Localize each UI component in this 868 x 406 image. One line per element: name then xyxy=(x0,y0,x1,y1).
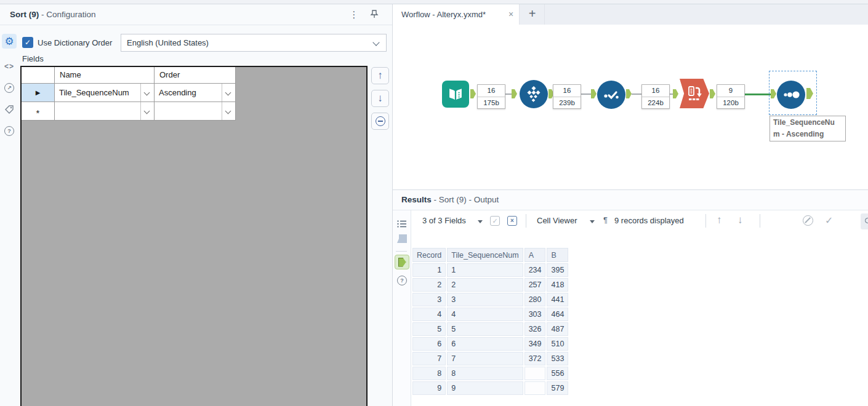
cell-viewer-dropdown[interactable]: Cell Viewer xyxy=(537,216,577,225)
empty-order-cell[interactable] xyxy=(155,102,236,121)
connection-badge[interactable]: 16 224b xyxy=(641,84,670,109)
arrow-down-icon[interactable]: ↓ xyxy=(737,214,743,226)
workflow-tab[interactable]: Worflow - Alteryx.yxmd* × xyxy=(393,4,520,25)
cell-b[interactable]: 464 xyxy=(547,308,568,321)
empty-name-cell[interactable] xyxy=(55,102,155,121)
cell-a[interactable]: 326 xyxy=(524,322,546,336)
output-anchor[interactable] xyxy=(470,89,476,98)
cell-a[interactable]: 303 xyxy=(524,308,546,321)
cancel-box-icon[interactable]: × xyxy=(507,216,517,226)
apply-checkbox-icon[interactable]: ✓ xyxy=(490,216,500,226)
tool-transpose[interactable] xyxy=(680,79,709,108)
field-name-dropdown[interactable] xyxy=(140,102,154,120)
cell-a[interactable]: 257 xyxy=(524,278,546,292)
annotation-tag-icon[interactable] xyxy=(2,102,17,117)
sort-order-dropdown[interactable] xyxy=(222,102,235,120)
cell-a-null[interactable] xyxy=(524,367,546,380)
column-header-a[interactable]: A xyxy=(524,248,546,262)
cell-record[interactable]: 8 xyxy=(412,367,446,380)
use-dictionary-checkbox[interactable]: ✓ xyxy=(22,37,33,48)
field-name-cell[interactable]: Tile_SequenceNum xyxy=(55,84,155,102)
sort-order-cell[interactable]: Ascending xyxy=(155,84,236,102)
open-example-icon[interactable]: ↗ xyxy=(2,81,17,95)
metadata-list-icon[interactable] xyxy=(396,218,408,230)
help-icon[interactable]: ? xyxy=(396,274,408,287)
column-header-b[interactable]: B xyxy=(547,248,568,262)
order-column-header[interactable]: Order xyxy=(155,67,236,84)
cell-a[interactable]: 234 xyxy=(524,263,546,277)
cell-tile[interactable]: 1 xyxy=(447,263,523,277)
column-header-record[interactable]: Record xyxy=(412,248,446,262)
cell-b[interactable]: 579 xyxy=(547,381,568,395)
fields-summary-dropdown[interactable]: 3 of 3 Fields xyxy=(422,216,466,225)
connection-badge[interactable]: 16 239b xyxy=(553,84,581,109)
new-row-selector[interactable]: * xyxy=(22,102,55,121)
sort-order-dropdown[interactable] xyxy=(222,84,235,102)
cell-tile[interactable]: 6 xyxy=(447,337,523,351)
chevron-down-icon[interactable] xyxy=(478,220,483,223)
cell-b[interactable]: 487 xyxy=(547,322,568,336)
cell-tile[interactable]: 8 xyxy=(447,367,523,380)
connection-wire[interactable] xyxy=(581,94,592,95)
workflow-canvas[interactable]: 16 175b 16 239b 16 224b 9 120b Tile_Sequ… xyxy=(393,25,868,189)
name-column-header[interactable]: Name xyxy=(55,67,155,84)
close-icon[interactable]: × xyxy=(506,9,516,19)
move-field-down-button[interactable]: ↓ xyxy=(371,90,389,107)
tool-select[interactable] xyxy=(597,81,625,109)
connection-badge[interactable]: 16 175b xyxy=(477,84,505,109)
input-anchor[interactable] xyxy=(591,89,597,98)
xml-view-icon[interactable]: <> xyxy=(2,59,17,74)
output-anchor[interactable] xyxy=(626,89,632,98)
field-name-dropdown[interactable] xyxy=(140,84,154,102)
more-options-icon[interactable]: ⋮ xyxy=(348,9,360,21)
language-select[interactable]: English (United States) xyxy=(121,34,387,52)
data-profile-icon[interactable] xyxy=(396,233,408,245)
cell-tile[interactable]: 9 xyxy=(447,381,523,395)
cell-b[interactable]: 441 xyxy=(547,293,568,306)
cell-record[interactable]: 7 xyxy=(412,352,446,365)
connection-badge[interactable]: 9 120b xyxy=(717,84,745,109)
cell-record[interactable]: 1 xyxy=(412,263,446,277)
current-row-selector[interactable]: ▶ xyxy=(22,84,55,102)
column-header-tile-sequencenum[interactable]: Tile_SequenceNum xyxy=(447,248,523,262)
arrow-up-icon[interactable]: ↑ xyxy=(717,214,722,226)
cell-record[interactable]: 5 xyxy=(412,322,446,336)
block-icon[interactable] xyxy=(803,215,813,226)
cell-tile[interactable]: 2 xyxy=(447,278,523,292)
cell-record[interactable]: 3 xyxy=(412,293,446,306)
chevron-down-icon[interactable] xyxy=(590,220,595,223)
pin-icon[interactable] xyxy=(369,9,380,20)
cell-tile[interactable]: 3 xyxy=(447,293,523,306)
help-icon[interactable]: ? xyxy=(2,124,17,138)
apply-check-icon[interactable]: ✓ xyxy=(825,215,833,226)
cell-tile[interactable]: 4 xyxy=(447,308,523,321)
output-anchor-button-selected[interactable] xyxy=(395,255,409,269)
cell-b[interactable]: 418 xyxy=(547,278,568,292)
cell-tile[interactable]: 5 xyxy=(447,322,523,336)
cell-a-null[interactable] xyxy=(524,381,546,395)
tool-tile[interactable] xyxy=(520,80,548,108)
input-anchor[interactable] xyxy=(673,89,678,98)
cell-b[interactable]: 533 xyxy=(547,352,568,365)
input-anchor[interactable] xyxy=(512,89,517,98)
cell-record[interactable]: 4 xyxy=(412,308,446,321)
sort-annotation[interactable]: Tile_SequenceNu m - Ascending xyxy=(770,116,846,141)
cell-tile[interactable]: 7 xyxy=(447,352,523,365)
selected-connection-wire[interactable] xyxy=(745,94,772,95)
configuration-tab-icon[interactable]: ⚙ xyxy=(2,34,17,49)
cell-record[interactable]: 2 xyxy=(412,278,446,292)
whitespace-toggle-icon[interactable]: ¶ xyxy=(603,215,608,225)
move-field-up-button[interactable]: ↑ xyxy=(371,67,389,84)
cell-b[interactable]: 556 xyxy=(547,367,568,380)
remove-field-button[interactable] xyxy=(371,113,389,130)
cell-record[interactable]: 6 xyxy=(412,337,446,351)
cell-b[interactable]: 395 xyxy=(547,263,568,277)
cell-record[interactable]: 9 xyxy=(412,381,446,395)
tool-text-input[interactable] xyxy=(442,81,470,109)
cell-a[interactable]: 280 xyxy=(524,293,546,306)
cell-b[interactable]: 510 xyxy=(547,337,568,351)
tool-sort[interactable] xyxy=(777,81,805,109)
output-anchor[interactable] xyxy=(710,89,715,98)
cell-a[interactable]: 372 xyxy=(524,352,546,365)
new-workflow-tab-button[interactable]: + xyxy=(520,4,545,25)
